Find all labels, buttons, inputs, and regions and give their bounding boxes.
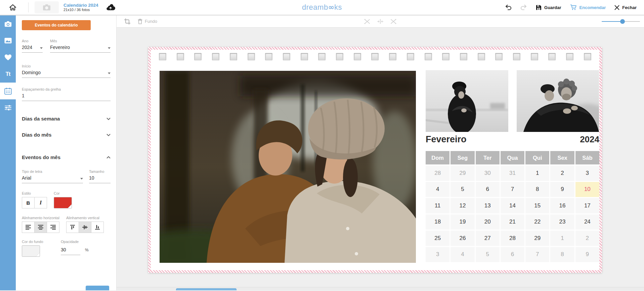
small-photo-1[interactable] — [426, 70, 508, 132]
punch-hole — [248, 53, 255, 60]
zoom-slider[interactable] — [602, 19, 640, 24]
redo-icon[interactable] — [520, 5, 527, 10]
calendar-title-row: Fevereiro 2024 — [426, 134, 599, 145]
settings-panel: Eventos do calendário Ano 2024 Mês Fever… — [16, 15, 117, 290]
calendar-day-cell: 19 — [450, 214, 474, 230]
punch-hole — [389, 53, 396, 60]
page-strip-scrollbar[interactable] — [176, 288, 237, 290]
sidebar-item-settings[interactable] — [0, 99, 16, 116]
calendar-day-cell: 8 — [525, 182, 549, 197]
center-horizontal-icon[interactable] — [377, 19, 384, 24]
save-button[interactable]: Guardar — [536, 5, 561, 10]
font-size-input[interactable]: 10 — [89, 174, 111, 183]
font-size-label: Tamanho — [89, 169, 111, 174]
punch-hole — [230, 53, 237, 60]
sidebar-item-text[interactable]: Tt — [0, 66, 16, 83]
calendar-day-cell: 26 — [450, 231, 474, 246]
close-button[interactable]: Fechar — [614, 5, 637, 10]
font-color-swatch[interactable] — [54, 197, 72, 208]
section-month-events[interactable]: Eventos do mês — [22, 154, 111, 160]
opacity-input[interactable]: 30 — [61, 245, 80, 255]
year-select[interactable]: 2024 — [22, 43, 43, 53]
swap-vertical-icon[interactable] — [390, 19, 396, 24]
calendar-grid[interactable]: DomSegTerQuaQuiSexSáb2829303112345678910… — [426, 151, 599, 262]
zoom-slider-thumb[interactable] — [620, 19, 625, 24]
valign-middle-button[interactable] — [79, 222, 91, 233]
chevron-down-icon — [108, 72, 111, 74]
project-subtitle: 21x10 / 36 fotos — [63, 8, 98, 12]
font-color-label: Cor — [54, 191, 72, 195]
weekday-header: Sáb — [575, 151, 599, 164]
swap-horizontal-icon[interactable] — [364, 19, 370, 24]
font-family-label: Tipo de letra — [22, 169, 83, 174]
align-right-button[interactable] — [47, 222, 59, 233]
undo-icon[interactable] — [505, 5, 512, 10]
calendar-day-cell: 9 — [575, 247, 599, 262]
week-start-select[interactable]: Domingo — [22, 68, 111, 78]
remove-background-button[interactable]: Fundo — [138, 19, 157, 24]
sidebar-item-calendar[interactable] — [0, 83, 16, 99]
section-monthdays[interactable]: Dias do mês — [22, 132, 111, 138]
align-center-button[interactable] — [34, 222, 47, 233]
sidebar-item-photos[interactable] — [0, 15, 16, 32]
crop-icon[interactable] — [124, 18, 130, 25]
punch-hole — [301, 53, 308, 60]
camera-icon — [4, 21, 12, 27]
project-title-block: Calendário 2024 21x10 / 36 fotos — [63, 3, 98, 12]
calendar-page[interactable]: Fevereiro 2024 DomSegTerQuaQuiSexSáb2829… — [148, 47, 602, 273]
grid-spacing-input[interactable]: 1 — [22, 91, 111, 101]
punch-hole — [495, 53, 503, 60]
align-left-button[interactable] — [22, 222, 35, 233]
font-family-select[interactable]: Arial — [22, 174, 83, 183]
calendar-day-cell: 4 — [450, 247, 474, 262]
calendar-day-cell: 29 — [525, 231, 549, 246]
trash-icon — [138, 19, 142, 24]
section-weekdays[interactable]: Dias da semana — [22, 116, 111, 122]
sidebar-item-favorites[interactable] — [0, 49, 16, 66]
heart-icon — [4, 54, 12, 61]
calendar-day-cell: 1 — [525, 165, 549, 181]
divider — [28, 2, 29, 12]
calendar-day-cell: 6 — [476, 182, 500, 197]
calendar-day-cell: 15 — [525, 198, 549, 213]
punch-hole — [371, 53, 379, 60]
week-start-label: Início — [22, 64, 111, 68]
calendar-day-cell: 23 — [550, 214, 574, 230]
punch-hole — [354, 53, 361, 60]
month-select[interactable]: Fevereiro — [50, 43, 111, 53]
order-button[interactable]: Encomendar — [570, 4, 606, 10]
calendar-day-cell: 28 — [426, 165, 449, 181]
project-title[interactable]: Calendário 2024 — [63, 3, 98, 8]
valign-top-button[interactable] — [66, 222, 79, 233]
punch-hole — [407, 53, 414, 60]
punch-hole — [442, 53, 449, 60]
calendar-page-inner: Fevereiro 2024 DomSegTerQuaQuiSexSáb2829… — [151, 50, 599, 270]
bold-button[interactable]: B — [22, 197, 35, 208]
sidebar-item-layouts[interactable] — [0, 32, 16, 49]
small-photo-2[interactable] — [517, 70, 599, 132]
background-color-swatch[interactable] — [22, 245, 40, 257]
italic-button[interactable]: I — [34, 197, 47, 208]
chevron-down-icon — [108, 47, 111, 49]
camera-placeholder-icon — [43, 4, 51, 11]
calendar-day-cell: 30 — [476, 165, 500, 181]
chevron-down-icon — [106, 117, 111, 120]
valign-bottom-button[interactable] — [91, 222, 104, 233]
topbar: Calendário 2024 21x10 / 36 fotos dreamb∞… — [0, 0, 644, 15]
opacity-unit: % — [85, 248, 89, 255]
calendar-day-cell: 27 — [476, 231, 500, 246]
calendar-icon — [4, 88, 12, 95]
opacity-label: Opacidade — [61, 240, 89, 244]
year-label: Ano — [22, 39, 43, 43]
cloud-sync-icon[interactable] — [106, 4, 115, 11]
calendar-month-title: Fevereiro — [426, 134, 467, 145]
home-icon[interactable] — [3, 4, 22, 11]
calendar-day-cell: 3 — [575, 165, 599, 181]
calendar-events-button[interactable]: Eventos do calendário — [22, 20, 91, 30]
large-photo[interactable] — [160, 71, 416, 263]
zoom-slider-fill — [602, 21, 622, 22]
project-thumbnail[interactable] — [35, 1, 59, 13]
calendar-year-title: 2024 — [580, 134, 599, 145]
apply-button[interactable] — [86, 286, 109, 290]
chevron-down-icon — [80, 178, 83, 180]
